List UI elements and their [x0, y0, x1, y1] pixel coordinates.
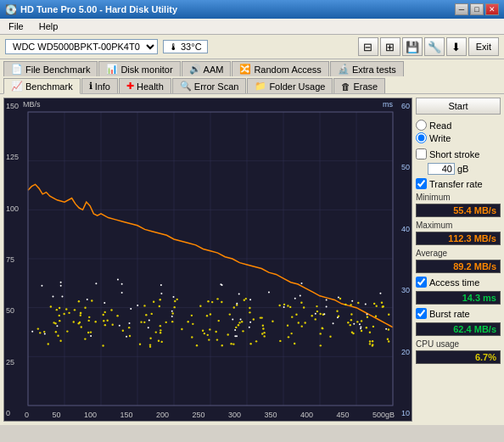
tabs-outer: 📄 File Benchmark 📊 Disk monitor 🔊 AAM 🔀 … [0, 59, 504, 94]
gb-input[interactable] [428, 163, 455, 175]
y-right-axis-label: ms [383, 100, 393, 109]
close-button[interactable]: ✕ [485, 3, 499, 15]
access-time-value: 14.3 ms [416, 291, 501, 305]
benchmark-chart [4, 98, 412, 421]
read-radio-label[interactable]: Read [416, 120, 501, 131]
cpu-usage-value: 6.7% [416, 350, 501, 364]
write-radio-label[interactable]: Write [416, 132, 501, 143]
error-scan-icon: 🔍 [180, 81, 192, 92]
thermometer-icon: 🌡 [169, 42, 178, 52]
app-icon: 💽 [5, 4, 17, 15]
maximum-value: 112.3 MB/s [416, 232, 501, 245]
rw-radio-group: Read Write [416, 118, 501, 145]
aam-icon: 🔊 [189, 64, 201, 75]
toolbar-btn-3[interactable]: 💾 [402, 37, 423, 56]
toolbar-btn-2[interactable]: ⊞ [380, 37, 400, 56]
maximize-button[interactable]: □ [470, 3, 484, 15]
toolbar-btn-1[interactable]: ⊟ [358, 37, 378, 56]
average-value: 89.2 MB/s [416, 260, 501, 273]
tab-benchmark[interactable]: 📈 Benchmark [3, 78, 81, 94]
short-stroke-checkbox[interactable] [416, 148, 427, 159]
burst-rate-label[interactable]: Burst rate [416, 308, 501, 319]
burst-rate-checkbox[interactable] [416, 308, 427, 319]
info-icon: ℹ [89, 81, 92, 92]
y-right-labels: 60 50 40 30 20 10 [401, 98, 410, 421]
minimum-section: Minimum 55.4 MB/s [416, 193, 501, 217]
average-label: Average [416, 249, 501, 258]
erase-icon: 🗑 [341, 81, 350, 92]
minimize-button[interactable]: ─ [455, 3, 468, 15]
chart-area: MB/s ms 150 125 100 75 50 25 0 60 50 40 … [3, 98, 412, 422]
menu-help[interactable]: Help [36, 20, 62, 32]
title-bar: 💽 HD Tune Pro 5.00 - Hard Disk Utility ─… [0, 0, 504, 19]
write-radio[interactable] [416, 132, 427, 143]
benchmark-icon: 📈 [11, 81, 23, 92]
minimum-value: 55.4 MB/s [416, 204, 501, 217]
exit-button[interactable]: Exit [468, 37, 499, 56]
file-benchmark-icon: 📄 [11, 64, 23, 75]
maximum-section: Maximum 112.3 MB/s [416, 221, 501, 245]
outer-tabs-row: 📄 File Benchmark 📊 Disk monitor 🔊 AAM 🔀 … [0, 59, 504, 76]
tab-file-benchmark[interactable]: 📄 File Benchmark [3, 61, 98, 76]
tab-erase[interactable]: 🗑 Erase [333, 78, 385, 93]
temp-value: 33°C [181, 42, 202, 52]
disk-monitor-icon: 📊 [106, 64, 118, 75]
access-time-checkbox[interactable] [416, 277, 427, 288]
title-bar-controls: ─ □ ✕ [455, 3, 499, 15]
temperature-display: 🌡 33°C [163, 40, 208, 53]
menu-bar: File Help [0, 19, 504, 35]
read-radio[interactable] [416, 120, 427, 131]
title-bar-text: 💽 HD Tune Pro 5.00 - Hard Disk Utility [5, 4, 177, 15]
inner-tabs-row: 📈 Benchmark ℹ Info ✚ Health 🔍 Error Scan… [0, 76, 504, 93]
start-button[interactable]: Start [416, 98, 501, 115]
tab-extra-tests[interactable]: 🔬 Extra tests [330, 61, 404, 76]
tab-aam[interactable]: 🔊 AAM [182, 61, 232, 76]
access-time-label[interactable]: Access time [416, 277, 501, 288]
side-panel: Start Read Write Short stroke gB Transfe… [416, 98, 501, 422]
y-left-axis-label: MB/s [23, 100, 41, 109]
random-access-icon: 🔀 [239, 64, 251, 75]
menu-file[interactable]: File [5, 20, 27, 32]
transfer-rate-checkbox[interactable] [416, 178, 427, 189]
tab-folder-usage[interactable]: 📁 Folder Usage [247, 78, 333, 93]
tab-random-access[interactable]: 🔀 Random Access [232, 61, 328, 76]
tab-error-scan[interactable]: 🔍 Error Scan [172, 78, 247, 93]
tab-health[interactable]: ✚ Health [119, 78, 171, 93]
y-left-labels: 150 125 100 75 50 25 0 [6, 98, 19, 421]
burst-rate-value: 62.4 MB/s [416, 322, 501, 336]
cpu-usage-label: CPU usage [416, 339, 501, 349]
toolbar-btn-4[interactable]: 🔧 [424, 37, 445, 56]
health-icon: ✚ [126, 81, 134, 92]
drive-select[interactable]: WDC WD5000BPKT-00PK4T0 (500 gB) [5, 39, 158, 54]
folder-usage-icon: 📁 [255, 81, 266, 92]
cpu-usage-section: CPU usage 6.7% [416, 339, 501, 364]
tab-disk-monitor[interactable]: 📊 Disk monitor [98, 61, 180, 76]
x-axis-labels: 0 50 100 150 200 250 300 350 400 450 500… [25, 411, 395, 419]
extra-tests-icon: 🔬 [338, 64, 350, 75]
toolbar-icons: ⊟ ⊞ 💾 🔧 ⬇ Exit [358, 37, 499, 56]
maximum-label: Maximum [416, 221, 501, 230]
minimum-label: Minimum [416, 193, 501, 202]
tab-info[interactable]: ℹ Info [81, 78, 118, 93]
toolbar: WDC WD5000BPKT-00PK4T0 (500 gB) 🌡 33°C ⊟… [0, 35, 504, 59]
short-stroke-label[interactable]: Short stroke [416, 148, 501, 159]
average-section: Average 89.2 MB/s [416, 249, 501, 273]
toolbar-btn-5[interactable]: ⬇ [446, 37, 467, 56]
main-content: MB/s ms 150 125 100 75 50 25 0 60 50 40 … [0, 94, 504, 425]
gb-row: gB [428, 163, 501, 175]
transfer-rate-label[interactable]: Transfer rate [416, 178, 501, 189]
